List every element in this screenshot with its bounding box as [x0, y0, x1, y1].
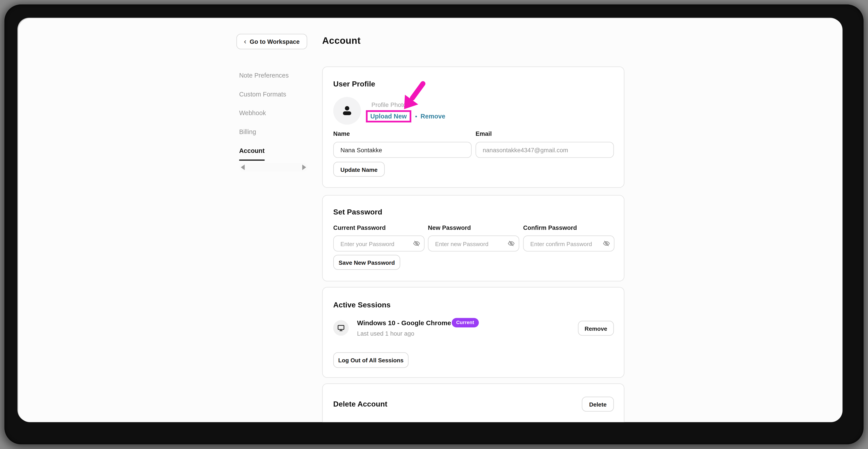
session-name: Windows 10 - Google Chrome [357, 319, 451, 327]
eye-off-icon[interactable] [413, 240, 420, 247]
scroll-left-icon[interactable] [241, 164, 245, 170]
active-sessions-title: Active Sessions [333, 301, 391, 309]
logout-all-sessions-button[interactable]: Log Out of All Sessions [333, 352, 408, 368]
new-password-field [428, 235, 519, 251]
chevron-left-icon: ‹ [244, 37, 246, 45]
remove-session-button[interactable]: Remove [578, 321, 614, 336]
confirm-password-label: Confirm Password [523, 224, 577, 231]
user-profile-card: User Profile Profile Photo Upload New • … [322, 66, 625, 188]
current-password-input[interactable] [333, 235, 425, 251]
link-separator: • [415, 113, 417, 119]
name-input[interactable] [333, 142, 471, 158]
new-password-label: New Password [428, 224, 471, 231]
sidebar-item-custom-formats[interactable]: Custom Formats [239, 91, 289, 98]
go-to-workspace-button[interactable]: ‹ Go to Workspace [236, 34, 307, 49]
confirm-password-field [523, 235, 614, 251]
person-icon [340, 104, 354, 118]
eye-off-icon[interactable] [507, 240, 515, 247]
eye-off-icon[interactable] [603, 240, 610, 247]
confirm-password-input[interactable] [523, 235, 614, 251]
session-last-used: Last used 1 hour ago [357, 330, 414, 337]
set-password-title: Set Password [333, 208, 382, 216]
avatar [333, 97, 361, 125]
upload-new-link[interactable]: Upload New [370, 113, 407, 119]
profile-photo-label: Profile Photo [371, 101, 406, 108]
sidebar-scrollbar[interactable] [239, 163, 308, 172]
name-label: Name [333, 130, 350, 137]
sidebar-item-billing[interactable]: Billing [239, 128, 289, 136]
email-label: Email [475, 130, 492, 137]
delete-account-button[interactable]: Delete [582, 396, 614, 412]
monitor-icon [337, 324, 345, 332]
remove-photo-link[interactable]: Remove [421, 113, 445, 119]
save-new-password-button[interactable]: Save New Password [333, 255, 400, 270]
current-password-field [333, 235, 425, 251]
email-input[interactable] [475, 142, 614, 158]
annotation-highlight-box: Upload New [366, 110, 411, 122]
settings-sidebar: Note Preferences Custom Formats Webhook … [239, 72, 289, 161]
page-title: Account [322, 36, 361, 47]
go-to-workspace-label: Go to Workspace [250, 38, 300, 45]
scroll-right-icon[interactable] [302, 164, 306, 170]
session-row [333, 320, 349, 336]
sidebar-item-webhook[interactable]: Webhook [239, 110, 289, 117]
active-sessions-card: Active Sessions Windows 10 - Google Chro… [322, 287, 625, 378]
sidebar-item-account[interactable]: Account [239, 147, 265, 161]
update-name-button[interactable]: Update Name [333, 162, 385, 177]
set-password-card: Set Password Current Password New Passwo… [322, 195, 625, 281]
new-password-input[interactable] [428, 235, 519, 251]
app-window: ‹ Go to Workspace Account Note Preferenc… [18, 18, 842, 422]
delete-account-title: Delete Account [333, 400, 388, 408]
current-password-label: Current Password [333, 224, 385, 231]
viewport: ‹ Go to Workspace Account Note Preferenc… [0, 0, 868, 449]
photo-actions: Upload New • Remove [366, 109, 445, 123]
annotation-arrow-icon [400, 80, 426, 114]
current-session-badge: Current [452, 318, 478, 327]
user-profile-title: User Profile [333, 80, 375, 88]
sidebar-item-note-preferences[interactable]: Note Preferences [239, 72, 289, 79]
delete-account-card: Delete Account Delete [322, 383, 625, 422]
